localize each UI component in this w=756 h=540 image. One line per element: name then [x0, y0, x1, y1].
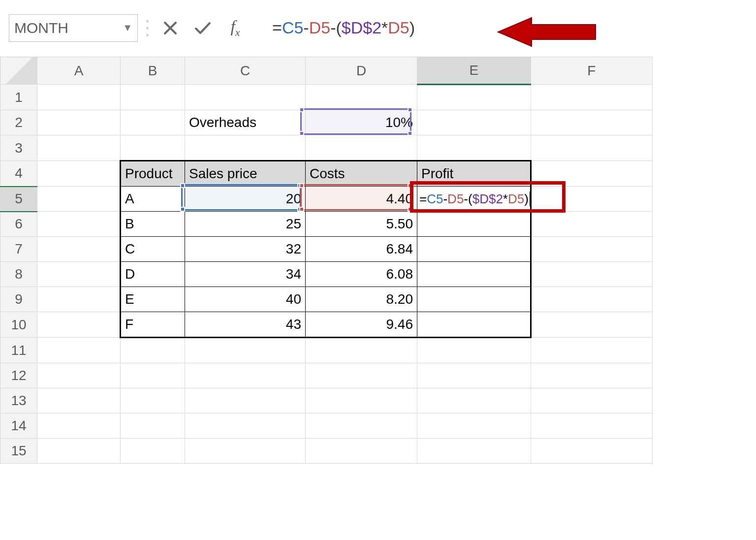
- cancel-button[interactable]: [157, 15, 184, 41]
- row-header-1[interactable]: 1: [0, 85, 37, 110]
- costs-cell[interactable]: 6.84: [306, 237, 417, 262]
- cell[interactable]: [531, 338, 652, 363]
- cell[interactable]: [531, 237, 652, 262]
- cell[interactable]: [121, 413, 185, 439]
- row-header-14[interactable]: 14: [0, 413, 37, 439]
- row-header-6[interactable]: 6: [0, 212, 37, 237]
- cell[interactable]: [531, 312, 652, 338]
- cell[interactable]: [531, 262, 652, 287]
- cell[interactable]: [37, 85, 121, 110]
- profit-cell[interactable]: [417, 262, 531, 287]
- col-header-F[interactable]: F: [531, 57, 652, 85]
- cell[interactable]: [306, 338, 417, 363]
- cell[interactable]: [306, 135, 417, 161]
- cell[interactable]: [417, 338, 531, 363]
- product-cell[interactable]: A: [121, 187, 185, 212]
- cell[interactable]: [531, 388, 652, 413]
- cell[interactable]: [37, 237, 121, 262]
- cell[interactable]: [37, 110, 121, 135]
- cell[interactable]: [185, 388, 306, 413]
- cell[interactable]: [37, 287, 121, 312]
- col-header-B[interactable]: B: [121, 57, 185, 85]
- cell[interactable]: [306, 413, 417, 439]
- cell[interactable]: [306, 85, 417, 110]
- col-header-A[interactable]: A: [37, 57, 121, 85]
- row-header-11[interactable]: 11: [0, 338, 37, 363]
- cell[interactable]: [37, 187, 121, 212]
- cell[interactable]: [417, 363, 531, 388]
- cell[interactable]: [531, 363, 652, 388]
- costs-cell[interactable]: 8.20: [306, 287, 417, 312]
- sales-cell[interactable]: 25: [185, 212, 306, 237]
- header-sales[interactable]: Sales price: [185, 161, 306, 187]
- cell[interactable]: [37, 212, 121, 237]
- cell[interactable]: [37, 312, 121, 338]
- row-header-8[interactable]: 8: [0, 262, 37, 287]
- cell[interactable]: [417, 413, 531, 439]
- cell[interactable]: [121, 85, 185, 110]
- cell[interactable]: [417, 439, 531, 464]
- product-cell[interactable]: B: [121, 212, 185, 237]
- header-product[interactable]: Product: [121, 161, 185, 187]
- product-cell[interactable]: C: [121, 237, 185, 262]
- cell[interactable]: [121, 338, 185, 363]
- cell[interactable]: [37, 161, 121, 187]
- cell[interactable]: [121, 135, 185, 161]
- cell[interactable]: [121, 363, 185, 388]
- cell[interactable]: [185, 439, 306, 464]
- overheads-label-cell[interactable]: Overheads: [185, 110, 306, 135]
- name-box[interactable]: MONTH ▼: [9, 14, 138, 42]
- cell[interactable]: [185, 135, 306, 161]
- row-header-5[interactable]: 5: [0, 187, 37, 212]
- row-header-2[interactable]: 2: [0, 110, 37, 135]
- enter-button[interactable]: [189, 15, 216, 41]
- row-header-15[interactable]: 15: [0, 439, 37, 464]
- sales-cell[interactable]: 34: [185, 262, 306, 287]
- cell[interactable]: [306, 363, 417, 388]
- cell[interactable]: [531, 439, 652, 464]
- profit-cell[interactable]: [417, 312, 531, 338]
- profit-cell[interactable]: [417, 237, 531, 262]
- insert-function-button[interactable]: fx: [222, 15, 252, 41]
- cell[interactable]: [531, 413, 652, 439]
- cell[interactable]: [37, 338, 121, 363]
- profit-cell[interactable]: [417, 212, 531, 237]
- sales-cell[interactable]: 32: [185, 237, 306, 262]
- select-all-corner[interactable]: [0, 57, 37, 85]
- product-cell[interactable]: E: [121, 287, 185, 312]
- col-header-D[interactable]: D: [306, 57, 417, 85]
- profit-cell[interactable]: [417, 287, 531, 312]
- cell[interactable]: [185, 85, 306, 110]
- cell[interactable]: [531, 85, 652, 110]
- cell[interactable]: [417, 135, 531, 161]
- cell[interactable]: [185, 338, 306, 363]
- sales-cell[interactable]: 40: [185, 287, 306, 312]
- product-cell[interactable]: D: [121, 262, 185, 287]
- cell[interactable]: [37, 439, 121, 464]
- cell[interactable]: [37, 363, 121, 388]
- cell[interactable]: [121, 110, 185, 135]
- sales-cell[interactable]: 43: [185, 312, 306, 338]
- col-header-C[interactable]: C: [185, 57, 306, 85]
- costs-cell[interactable]: 6.08: [306, 262, 417, 287]
- cell[interactable]: [37, 135, 121, 161]
- cell[interactable]: [531, 287, 652, 312]
- dropdown-icon[interactable]: ▼: [123, 22, 132, 33]
- cell[interactable]: [531, 110, 652, 135]
- cell[interactable]: [121, 388, 185, 413]
- cell[interactable]: [185, 413, 306, 439]
- row-header-13[interactable]: 13: [0, 388, 37, 413]
- cell[interactable]: [37, 413, 121, 439]
- row-header-7[interactable]: 7: [0, 237, 37, 262]
- col-header-E[interactable]: E: [417, 57, 531, 85]
- cell[interactable]: [306, 388, 417, 413]
- row-header-3[interactable]: 3: [0, 135, 37, 161]
- row-header-4[interactable]: 4: [0, 161, 37, 187]
- row-header-10[interactable]: 10: [0, 312, 37, 338]
- cell[interactable]: [121, 439, 185, 464]
- cell[interactable]: [37, 262, 121, 287]
- cell[interactable]: [417, 388, 531, 413]
- costs-cell[interactable]: 5.50: [306, 212, 417, 237]
- cell[interactable]: [531, 135, 652, 161]
- row-header-12[interactable]: 12: [0, 363, 37, 388]
